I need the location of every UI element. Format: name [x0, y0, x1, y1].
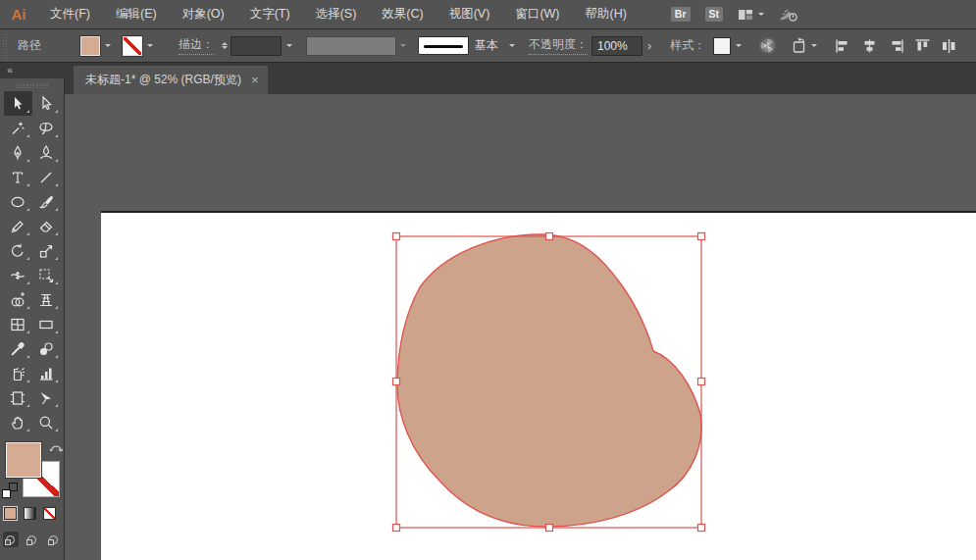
stroke-color-dropdown[interactable] [123, 36, 157, 56]
draw-inside-button[interactable] [45, 532, 62, 547]
menu-item-1[interactable]: 编辑(E) [103, 0, 170, 28]
lasso-tool[interactable] [32, 116, 61, 140]
blend-tool[interactable] [32, 336, 61, 361]
default-fill-stroke-button[interactable] [2, 483, 18, 498]
paintbrush-tool[interactable] [32, 189, 61, 214]
chevron-down-icon [811, 44, 817, 50]
app-logo: Ai [0, 6, 37, 23]
brush-definition-dropdown[interactable]: 基本 [418, 36, 519, 55]
tools-column: « [0, 63, 65, 560]
eyedropper-tool[interactable] [4, 336, 32, 361]
stroke-width-combo[interactable] [231, 36, 296, 56]
fill-indicator[interactable] [6, 442, 41, 478]
selection-handle[interactable] [546, 525, 553, 532]
close-tab-icon[interactable]: × [251, 74, 259, 86]
align-top-button[interactable] [914, 38, 931, 54]
menu-item-0[interactable]: 文件(F) [37, 0, 103, 28]
line-segment-tool[interactable] [32, 165, 61, 189]
gpu-performance-icon[interactable] [779, 7, 798, 23]
stroke-width-stepper[interactable] [222, 39, 228, 52]
document-tab[interactable]: 未标题-1* @ 52% (RGB/预览) × [74, 66, 268, 94]
color-button[interactable] [4, 507, 17, 520]
align-group [835, 38, 957, 54]
mesh-tool[interactable] [4, 312, 32, 336]
selection-handle[interactable] [393, 233, 400, 240]
pen-tool[interactable] [4, 140, 32, 165]
selection-handle[interactable] [393, 525, 400, 532]
rotate-tool[interactable] [4, 238, 32, 263]
free-transform-tool[interactable] [32, 263, 61, 287]
scale-tool[interactable] [32, 238, 61, 263]
align-hcenter-button[interactable] [861, 38, 878, 54]
graphic-style-dropdown[interactable] [713, 37, 745, 55]
draw-normal-button[interactable] [3, 532, 20, 547]
menu-item-6[interactable]: 视图(V) [437, 0, 503, 28]
none-button[interactable] [43, 507, 56, 520]
slice-tool[interactable] [32, 385, 61, 410]
control-bar: 路径 描边： 基本 不透明度： 100% › 样式： [0, 29, 976, 63]
draw-behind-button[interactable] [24, 532, 40, 547]
gradient-button[interactable] [24, 507, 36, 520]
chevron-down-icon [147, 44, 153, 50]
selection-tool[interactable] [4, 91, 32, 116]
distribute-hcenter-button[interactable] [941, 38, 957, 54]
perspective-grid-tool[interactable] [32, 287, 61, 312]
menu-item-8[interactable]: 帮助(H) [573, 0, 640, 28]
hand-tool[interactable] [4, 410, 32, 434]
artboard-tool[interactable] [4, 385, 32, 410]
artwork-overlay [65, 94, 976, 560]
chevron-down-icon [105, 44, 111, 50]
ellipse-tool[interactable] [4, 189, 32, 214]
stroke-color-swatch[interactable] [123, 36, 142, 56]
menu-item-2[interactable]: 对象(O) [170, 0, 237, 28]
fill-color-dropdown[interactable] [80, 36, 115, 56]
shape-builder-tool[interactable] [4, 287, 32, 312]
opacity-input[interactable]: 100% [591, 36, 642, 56]
stroke-panel-link[interactable]: 描边： [179, 36, 214, 55]
selection-handle[interactable] [393, 379, 400, 385]
tools-grid [4, 91, 61, 434]
opacity-arrow-button[interactable]: › [642, 38, 656, 53]
collapse-tools-button[interactable]: « [0, 63, 65, 78]
shape-properties-button[interactable] [792, 37, 817, 54]
eraser-tool[interactable] [32, 214, 61, 238]
type-tool[interactable] [4, 165, 32, 189]
recolor-artwork-button[interactable] [759, 37, 776, 54]
blob-shape[interactable] [397, 234, 701, 527]
curvature-tool[interactable] [32, 140, 61, 165]
panel-grip[interactable] [2, 33, 9, 59]
gradient-tool[interactable] [32, 312, 61, 336]
transform-icon [792, 37, 808, 54]
opacity-panel-link[interactable]: 不透明度： [529, 36, 588, 55]
align-left-button[interactable] [835, 38, 851, 54]
selection-handle[interactable] [698, 525, 705, 532]
brush-definition-label: 基本 [469, 37, 504, 54]
zoom-tool[interactable] [32, 410, 61, 434]
workspace-switcher[interactable] [738, 7, 764, 23]
magic-wand-tool[interactable] [4, 116, 32, 140]
symbol-sprayer-tool[interactable] [4, 361, 32, 385]
fill-color-swatch[interactable] [80, 36, 100, 56]
brush-stroke-preview [418, 36, 469, 55]
stock-button[interactable]: St [705, 7, 724, 22]
stroke-width-input[interactable] [231, 36, 282, 56]
menu-item-7[interactable]: 窗口(W) [502, 0, 572, 28]
width-tool[interactable] [4, 263, 32, 287]
direct-selection-tool[interactable] [32, 91, 61, 116]
menu-item-5[interactable]: 效果(C) [369, 0, 436, 28]
graphic-style-swatch[interactable] [713, 37, 731, 55]
chevron-down-icon [400, 44, 406, 50]
selection-handle[interactable] [698, 379, 705, 385]
column-graph-tool[interactable] [32, 361, 61, 385]
chevron-down-icon [286, 44, 292, 50]
tools-panel-grip[interactable] [16, 83, 49, 88]
selection-handle[interactable] [698, 233, 705, 240]
bridge-button[interactable]: Br [671, 7, 691, 22]
shaper-tool[interactable] [4, 214, 32, 238]
canvas[interactable] [65, 94, 976, 560]
align-right-button[interactable] [888, 38, 904, 54]
menu-item-3[interactable]: 文字(T) [237, 0, 303, 28]
selection-handle[interactable] [546, 233, 553, 240]
swap-fill-stroke-button[interactable] [49, 441, 64, 454]
menu-item-4[interactable]: 选择(S) [303, 0, 370, 28]
